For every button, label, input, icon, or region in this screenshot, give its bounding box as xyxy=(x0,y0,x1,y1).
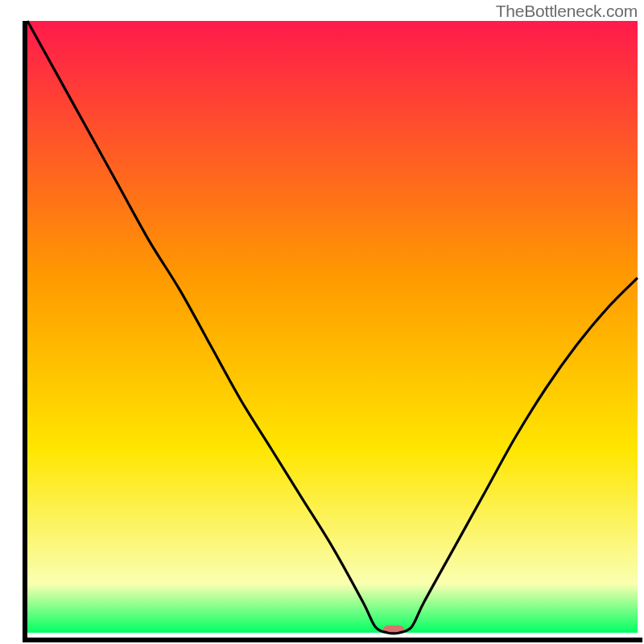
chart-container: TheBottleneck.com xyxy=(0,0,644,644)
axis-frame xyxy=(23,21,642,642)
watermark-text: TheBottleneck.com xyxy=(496,2,638,21)
